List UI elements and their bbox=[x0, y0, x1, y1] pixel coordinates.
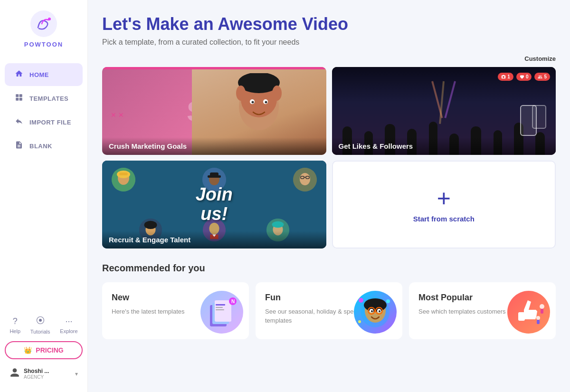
templates-icon bbox=[14, 93, 24, 104]
svg-point-38 bbox=[272, 221, 284, 228]
tutorials-label: Tutorials bbox=[30, 329, 50, 335]
svg-point-0 bbox=[30, 10, 57, 37]
user-row[interactable]: Shoshi ... AGENCY ▾ bbox=[5, 365, 83, 382]
rec-card-popular[interactable]: Most Popular See which templates custome… bbox=[409, 282, 556, 339]
svg-rect-43 bbox=[216, 304, 225, 306]
sidebar-bottom: ? Help Tutorials ··· Explore 👑 PRICING bbox=[0, 311, 87, 387]
join-us-text-area: Joinus! bbox=[196, 185, 233, 225]
sidebar: POWTOON HOME TEMPLATES IMPORT FILE bbox=[0, 0, 88, 392]
nav-item-import[interactable]: IMPORT FILE bbox=[5, 111, 83, 134]
camera-badge: 1 bbox=[498, 73, 513, 81]
template-top-bar bbox=[102, 67, 326, 69]
svg-rect-20 bbox=[119, 172, 128, 175]
svg-rect-45 bbox=[216, 309, 224, 310]
svg-point-12 bbox=[252, 101, 254, 103]
notification-bar: 1 0 5 bbox=[498, 73, 550, 81]
rec-card-fun-thumb bbox=[354, 291, 397, 334]
nav-menu: HOME TEMPLATES IMPORT FILE BLANK bbox=[0, 62, 87, 311]
template-card-marketing[interactable]: Sale ✕ ✕ bbox=[102, 67, 326, 155]
phone-icon2 bbox=[532, 105, 546, 129]
template-card-social-label: Get Likes & Followers bbox=[332, 137, 556, 155]
rec-card-fun[interactable]: Fun See our seasonal, holiday & special … bbox=[256, 282, 402, 339]
blank-icon bbox=[14, 141, 24, 151]
people-badge: 5 bbox=[534, 73, 550, 81]
tutorials-button[interactable]: Tutorials bbox=[30, 316, 50, 335]
page-subtitle: Pick a template, from a curated collecti… bbox=[102, 38, 556, 47]
svg-point-7 bbox=[39, 319, 42, 322]
camera-count: 1 bbox=[507, 74, 510, 79]
help-icon: ? bbox=[13, 316, 18, 326]
plus-icon: + bbox=[437, 186, 451, 210]
user-avatar-icon bbox=[10, 367, 20, 380]
template-grid: Sale ✕ ✕ bbox=[102, 67, 556, 249]
svg-point-60 bbox=[386, 299, 390, 303]
svg-point-26 bbox=[300, 173, 310, 185]
svg-rect-44 bbox=[216, 307, 223, 308]
page-title: Let's Make an Awesome Video bbox=[102, 14, 556, 34]
rec-card-new[interactable]: New Here's the latest templates N bbox=[102, 282, 249, 339]
recommended-grid: New Here's the latest templates N bbox=[102, 282, 556, 339]
nav-item-templates[interactable]: TEMPLATES bbox=[5, 87, 83, 110]
template-card-recruit-label: Recruit & Engage Talent bbox=[102, 231, 326, 249]
explore-label: Explore bbox=[60, 328, 77, 334]
avatar-turban bbox=[112, 168, 135, 191]
help-button[interactable]: ? Help bbox=[10, 316, 20, 334]
svg-point-55 bbox=[379, 310, 380, 312]
svg-point-64 bbox=[540, 304, 544, 309]
nav-item-blank[interactable]: BLANK bbox=[5, 134, 83, 157]
svg-point-16 bbox=[272, 86, 282, 101]
main-content: Let's Make an Awesome Video Pick a templ… bbox=[88, 0, 570, 392]
rec-card-popular-thumb bbox=[507, 291, 550, 334]
heart-count: 0 bbox=[526, 74, 529, 79]
scratch-card[interactable]: + Start from scratch bbox=[332, 161, 556, 249]
customize-row: Customize bbox=[102, 55, 556, 62]
svg-point-13 bbox=[265, 101, 267, 103]
chevron-down-icon: ▾ bbox=[75, 371, 78, 377]
svg-point-66 bbox=[536, 316, 540, 320]
rec-card-new-thumb: N bbox=[200, 291, 243, 334]
import-icon bbox=[14, 117, 24, 127]
nav-label-templates: TEMPLATES bbox=[29, 95, 68, 102]
avatar-glasses bbox=[293, 168, 317, 191]
scratch-label: Start from scratch bbox=[413, 215, 475, 223]
customize-link[interactable]: Customize bbox=[524, 55, 556, 62]
svg-rect-67 bbox=[537, 320, 540, 324]
nav-label-home: HOME bbox=[29, 71, 49, 78]
pricing-label: PRICING bbox=[36, 346, 63, 354]
heart-badge: 0 bbox=[516, 73, 532, 81]
user-info: Shoshi ... AGENCY bbox=[24, 368, 71, 380]
people-count: 5 bbox=[544, 74, 547, 79]
explore-button[interactable]: ··· Explore bbox=[60, 316, 77, 334]
nav-item-home[interactable]: HOME bbox=[5, 63, 83, 86]
logo-text: POWTOON bbox=[24, 41, 63, 48]
marketing-x-marks: ✕ ✕ bbox=[111, 111, 124, 119]
user-name: Shoshi ... bbox=[24, 368, 71, 374]
svg-point-61 bbox=[358, 320, 361, 323]
pricing-icon: 👑 bbox=[24, 346, 32, 354]
tutorials-icon bbox=[36, 316, 45, 327]
template-card-marketing-label: Crush Marketing Goals bbox=[102, 137, 326, 155]
svg-rect-42 bbox=[215, 300, 231, 322]
svg-rect-5 bbox=[19, 98, 22, 101]
svg-point-51 bbox=[364, 298, 387, 312]
help-label: Help bbox=[10, 328, 20, 334]
home-icon bbox=[14, 69, 24, 80]
svg-point-1 bbox=[48, 18, 51, 20]
svg-rect-65 bbox=[541, 309, 543, 314]
logo-area: POWTOON bbox=[24, 10, 63, 48]
template-card-social[interactable]: 1 0 5 Get Likes & Followers bbox=[332, 67, 556, 155]
svg-rect-63 bbox=[518, 312, 525, 321]
help-row: ? Help Tutorials ··· Explore bbox=[5, 316, 83, 335]
nav-label-import: IMPORT FILE bbox=[29, 119, 71, 126]
svg-text:N: N bbox=[231, 299, 235, 304]
recommended-title: Recommended for you bbox=[102, 263, 556, 274]
svg-rect-24 bbox=[210, 172, 218, 177]
svg-rect-4 bbox=[16, 98, 19, 101]
svg-rect-3 bbox=[19, 94, 22, 97]
powtoon-logo-icon bbox=[29, 10, 58, 38]
svg-rect-2 bbox=[16, 94, 19, 97]
nav-label-blank: BLANK bbox=[29, 143, 52, 150]
svg-point-54 bbox=[371, 310, 373, 312]
pricing-button[interactable]: 👑 PRICING bbox=[5, 341, 83, 359]
template-card-recruit[interactable]: Joinus! bbox=[102, 161, 326, 249]
